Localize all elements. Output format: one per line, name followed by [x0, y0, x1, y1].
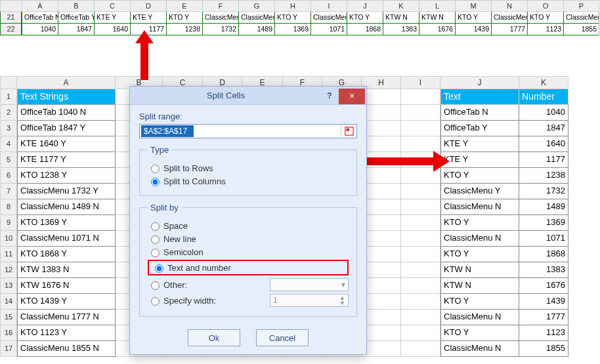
cell[interactable]: 1123 — [527, 24, 563, 35]
cell[interactable]: Text Strings — [17, 89, 116, 105]
cell[interactable]: 1640 — [94, 24, 130, 35]
cell[interactable]: 1383 — [519, 262, 568, 278]
col-header[interactable]: M — [455, 0, 491, 12]
cell[interactable] — [362, 341, 401, 357]
ok-button[interactable]: Ok — [188, 329, 240, 346]
col-header[interactable]: P — [563, 0, 599, 12]
radio-semicolon[interactable]: Semicolon — [148, 247, 349, 257]
cell[interactable]: 1439 — [455, 24, 491, 35]
cell[interactable]: OfficeTab 1847 Y — [17, 121, 116, 136]
cell[interactable]: 1177 — [519, 152, 568, 168]
cell[interactable]: KTE Y — [130, 12, 166, 24]
col-header[interactable]: K — [383, 0, 419, 12]
cell[interactable]: 1040 — [22, 24, 58, 35]
other-combo[interactable]: ▾ — [270, 278, 349, 291]
row-header[interactable]: 22 — [0, 24, 22, 35]
cell[interactable] — [362, 247, 401, 262]
cell[interactable]: 1676 — [419, 24, 455, 35]
cell[interactable]: 1676 — [519, 278, 568, 294]
cell[interactable]: 1868 — [519, 247, 568, 262]
cell[interactable] — [362, 325, 401, 341]
radio-newline[interactable]: New line — [148, 233, 349, 244]
col-header[interactable]: C — [94, 0, 130, 12]
cell[interactable]: ClassicMenu — [491, 12, 527, 24]
col-header[interactable]: G — [238, 0, 274, 12]
cell[interactable]: KTE Y — [440, 152, 519, 168]
cell[interactable]: ClassicMenu 1071 N — [17, 231, 116, 247]
cell[interactable]: KTO 1123 Y — [17, 325, 116, 341]
cell[interactable]: ClassicMenu — [202, 12, 238, 24]
cell[interactable] — [362, 278, 401, 294]
cell[interactable]: KTO Y — [274, 12, 311, 24]
cell[interactable]: KTO Y — [347, 12, 383, 24]
col-header[interactable]: B — [58, 0, 94, 12]
cell[interactable]: KTO Y — [440, 168, 519, 184]
cell[interactable]: 1777 — [491, 24, 527, 35]
col-header[interactable]: F — [202, 0, 238, 12]
radio-input[interactable] — [155, 264, 163, 273]
row-header[interactable]: 13 — [0, 278, 17, 294]
radio-input[interactable] — [151, 222, 160, 231]
cell[interactable]: 1383 — [383, 24, 419, 35]
row-header[interactable]: 8 — [0, 199, 17, 215]
row-header[interactable]: 10 — [0, 231, 17, 247]
row-header[interactable]: 6 — [0, 168, 17, 184]
cell[interactable] — [362, 184, 401, 199]
cancel-button[interactable]: Cancel — [256, 329, 309, 346]
col-header[interactable]: I — [311, 0, 347, 12]
dialog-titlebar[interactable]: Split Cells ? × — [130, 87, 366, 105]
cell[interactable]: OfficeTab N — [440, 105, 519, 121]
cell[interactable]: 1238 — [519, 168, 568, 184]
col-header[interactable]: H — [274, 0, 311, 12]
corner-cell[interactable] — [0, 0, 22, 12]
cell[interactable]: ClassicMenu N — [440, 310, 519, 325]
cell[interactable]: 1847 — [519, 121, 568, 136]
cell[interactable] — [401, 215, 440, 231]
cell[interactable]: 1640 — [519, 136, 568, 152]
cell[interactable] — [362, 105, 401, 121]
cell[interactable]: ClassicMenu — [238, 12, 274, 24]
range-picker-icon[interactable] — [341, 125, 356, 138]
row-header[interactable]: 7 — [0, 184, 17, 199]
cell[interactable]: KTW N — [383, 12, 419, 24]
cell[interactable]: KTO Y — [527, 12, 563, 24]
cell[interactable]: 1489 — [519, 199, 568, 215]
cell[interactable]: ClassicMenu 1855 N — [17, 341, 116, 357]
cell[interactable]: 1868 — [347, 24, 383, 35]
col-header[interactable]: J — [347, 0, 383, 12]
col-header[interactable]: A — [17, 76, 116, 89]
cell[interactable]: 1369 — [519, 215, 568, 231]
row-header[interactable]: 2 — [0, 105, 17, 121]
radio-input[interactable] — [151, 178, 160, 186]
cell[interactable]: KTE 1640 Y — [17, 136, 116, 152]
col-header[interactable]: J — [440, 76, 519, 89]
cell[interactable] — [401, 262, 440, 278]
cell[interactable]: ClassicMenu 1732 Y — [17, 184, 116, 199]
cell[interactable]: KTO Y — [455, 12, 491, 24]
radio-input[interactable] — [151, 297, 160, 306]
cell[interactable]: 1123 — [519, 325, 568, 341]
cell[interactable]: ClassicMenu — [563, 12, 599, 24]
cell[interactable]: KTO 1439 Y — [17, 294, 116, 310]
radio-split-columns[interactable]: Split to Columns — [148, 176, 349, 186]
cell[interactable]: OfficeTab Y — [58, 12, 94, 24]
radio-input[interactable] — [151, 235, 160, 244]
col-header[interactable]: I — [401, 76, 440, 89]
cell[interactable] — [362, 199, 401, 215]
row-header[interactable]: 17 — [0, 341, 17, 357]
radio-space[interactable]: Space — [148, 220, 349, 231]
cell[interactable] — [362, 121, 401, 136]
cell[interactable] — [401, 184, 440, 199]
cell[interactable] — [362, 262, 401, 278]
cell[interactable]: 1439 — [519, 294, 568, 310]
cell[interactable]: 1489 — [238, 24, 274, 35]
cell[interactable]: KTO 1369 Y — [17, 215, 116, 231]
cell[interactable]: KTW N — [440, 262, 519, 278]
radio-input[interactable] — [151, 249, 160, 257]
radio-specify-width[interactable]: Specify width: — [148, 295, 216, 306]
range-input[interactable]: $A$2:$A$17 — [139, 124, 357, 138]
cell[interactable]: KTO 1868 Y — [17, 247, 116, 262]
row-header[interactable]: 12 — [0, 262, 17, 278]
cell[interactable]: KTW 1383 N — [17, 262, 116, 278]
col-header[interactable]: H — [362, 76, 401, 89]
